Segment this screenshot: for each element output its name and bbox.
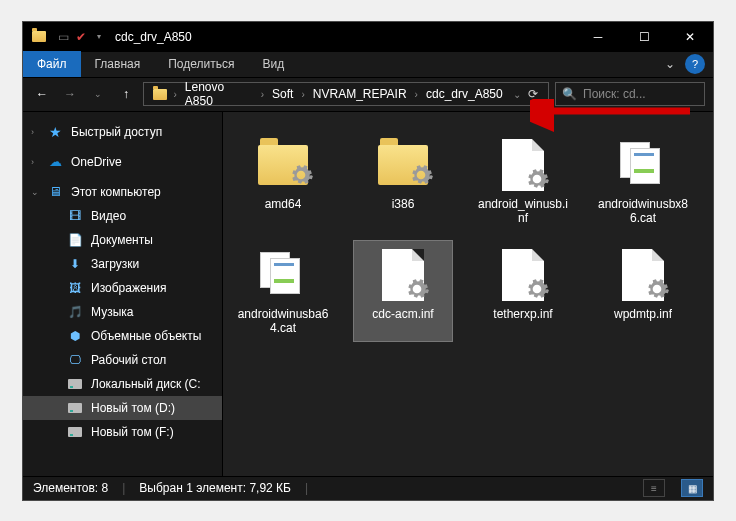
file-item[interactable]: amd64 xyxy=(233,130,333,232)
dropdown-icon[interactable]: ⌄ xyxy=(513,89,521,100)
expand-icon[interactable]: › xyxy=(31,157,34,167)
file-label: i386 xyxy=(392,197,415,211)
chevron-right-icon[interactable]: › xyxy=(261,89,264,100)
music-icon: 🎵 xyxy=(67,304,83,320)
tab-home[interactable]: Главная xyxy=(81,51,155,77)
nav-label: Локальный диск (C: xyxy=(91,377,201,391)
drive-icon xyxy=(67,376,83,392)
file-thumbnail xyxy=(495,247,551,303)
qat-check-icon[interactable]: ✔ xyxy=(73,29,89,45)
nav-label: Документы xyxy=(91,233,153,247)
file-item[interactable]: androidwinusbx86.cat xyxy=(593,130,693,232)
downloads-icon: ⬇ xyxy=(67,256,83,272)
explorer-window: ▭ ✔ ▾ cdc_drv_A850 ─ ☐ ✕ Файл Главная По… xyxy=(22,21,714,501)
nav-drive-c[interactable]: Локальный диск (C: xyxy=(23,372,222,396)
nav-label: OneDrive xyxy=(71,155,122,169)
minimize-button[interactable]: ─ xyxy=(575,22,621,52)
title-bar[interactable]: ▭ ✔ ▾ cdc_drv_A850 ─ ☐ ✕ xyxy=(23,22,713,52)
recent-dropdown-icon[interactable]: ⌄ xyxy=(87,83,109,105)
breadcrumb-item[interactable]: Lenovo A850 xyxy=(179,83,259,105)
nav-label: Этот компьютер xyxy=(71,185,161,199)
nav-label: Музыка xyxy=(91,305,133,319)
nav-desktop[interactable]: 🖵Рабочий стол xyxy=(23,348,222,372)
nav-label: Объемные объекты xyxy=(91,329,201,343)
expand-icon[interactable]: › xyxy=(31,127,34,137)
search-placeholder: Поиск: cd... xyxy=(583,87,646,101)
file-thumbnail xyxy=(255,137,311,193)
nav-videos[interactable]: 🎞Видео xyxy=(23,204,222,228)
search-input[interactable]: 🔍 Поиск: cd... xyxy=(555,82,705,106)
file-thumbnail xyxy=(495,137,551,193)
file-label: cdc-acm.inf xyxy=(372,307,433,321)
nav-label: Рабочий стол xyxy=(91,353,166,367)
documents-icon: 📄 xyxy=(67,232,83,248)
file-item[interactable]: tetherxp.inf xyxy=(473,240,573,342)
nav-label: Видео xyxy=(91,209,126,223)
refresh-button[interactable]: ⟳ xyxy=(523,83,544,105)
qat-properties-icon[interactable]: ▭ xyxy=(55,29,71,45)
chevron-right-icon[interactable]: › xyxy=(301,89,304,100)
address-bar[interactable]: › Lenovo A850 › Soft › NVRAM_REPAIR › cd… xyxy=(143,82,549,106)
file-thumbnail xyxy=(615,247,671,303)
back-button[interactable]: ← xyxy=(31,83,53,105)
breadcrumb-item[interactable]: Soft xyxy=(266,83,299,105)
file-item[interactable]: androidwinusba64.cat xyxy=(233,240,333,342)
file-label: wpdmtp.inf xyxy=(614,307,672,321)
nav-music[interactable]: 🎵Музыка xyxy=(23,300,222,324)
nav-drive-d[interactable]: Новый том (D:) xyxy=(23,396,222,420)
forward-button[interactable]: → xyxy=(59,83,81,105)
help-button[interactable]: ? xyxy=(685,54,705,74)
window-title: cdc_drv_A850 xyxy=(115,30,575,44)
nav-quick-access[interactable]: › ★ Быстрый доступ xyxy=(23,120,222,144)
drive-icon xyxy=(67,400,83,416)
desktop-icon: 🖵 xyxy=(67,352,83,368)
nav-label: Быстрый доступ xyxy=(71,125,162,139)
tab-share[interactable]: Поделиться xyxy=(154,51,248,77)
navigation-pane[interactable]: › ★ Быстрый доступ › ☁ OneDrive ⌄ 🖥 Этот… xyxy=(23,112,223,476)
nav-pictures[interactable]: 🖼Изображения xyxy=(23,276,222,300)
collapse-icon[interactable]: ⌄ xyxy=(31,187,39,197)
maximize-button[interactable]: ☐ xyxy=(621,22,667,52)
folder-icon xyxy=(152,86,168,102)
close-button[interactable]: ✕ xyxy=(667,22,713,52)
tab-file[interactable]: Файл xyxy=(23,51,81,77)
drive-icon xyxy=(67,424,83,440)
nav-downloads[interactable]: ⬇Загрузки xyxy=(23,252,222,276)
nav-drive-f[interactable]: Новый том (F:) xyxy=(23,420,222,444)
status-selection: Выбран 1 элемент: 7,92 КБ xyxy=(139,481,291,495)
chevron-right-icon[interactable]: › xyxy=(174,89,177,100)
nav-onedrive[interactable]: › ☁ OneDrive xyxy=(23,150,222,174)
file-thumbnail xyxy=(375,137,431,193)
file-item[interactable]: android_winusb.inf xyxy=(473,130,573,232)
star-icon: ★ xyxy=(47,124,63,140)
pc-icon: 🖥 xyxy=(47,184,63,200)
breadcrumb-item[interactable]: cdc_drv_A850 xyxy=(420,83,509,105)
folder-icon xyxy=(31,29,47,45)
file-item[interactable]: cdc-acm.inf xyxy=(353,240,453,342)
pictures-icon: 🖼 xyxy=(67,280,83,296)
nav-label: Загрузки xyxy=(91,257,139,271)
file-label: androidwinusba64.cat xyxy=(236,307,330,335)
file-label: android_winusb.inf xyxy=(476,197,570,225)
file-label: tetherxp.inf xyxy=(493,307,552,321)
file-label: androidwinusbx86.cat xyxy=(596,197,690,225)
file-thumbnail xyxy=(615,137,671,193)
file-list[interactable]: amd64i386android_winusb.infandroidwinusb… xyxy=(223,112,713,476)
nav-documents[interactable]: 📄Документы xyxy=(23,228,222,252)
tab-view[interactable]: Вид xyxy=(248,51,298,77)
file-item[interactable]: i386 xyxy=(353,130,453,232)
view-icons-button[interactable]: ▦ xyxy=(681,479,703,497)
up-button[interactable]: ↑ xyxy=(115,83,137,105)
status-bar: Элементов: 8 | Выбран 1 элемент: 7,92 КБ… xyxy=(23,476,713,500)
file-label: amd64 xyxy=(265,197,302,211)
breadcrumb-item[interactable]: NVRAM_REPAIR xyxy=(307,83,413,105)
nav-this-pc[interactable]: ⌄ 🖥 Этот компьютер xyxy=(23,180,222,204)
qat-down-icon[interactable]: ▾ xyxy=(91,29,107,45)
view-details-button[interactable]: ≡ xyxy=(643,479,665,497)
nav-3d-objects[interactable]: ⬢Объемные объекты xyxy=(23,324,222,348)
nav-label: Новый том (F:) xyxy=(91,425,174,439)
video-icon: 🎞 xyxy=(67,208,83,224)
chevron-right-icon[interactable]: › xyxy=(415,89,418,100)
ribbon-expand-icon[interactable]: ⌄ xyxy=(655,57,685,71)
file-item[interactable]: wpdmtp.inf xyxy=(593,240,693,342)
